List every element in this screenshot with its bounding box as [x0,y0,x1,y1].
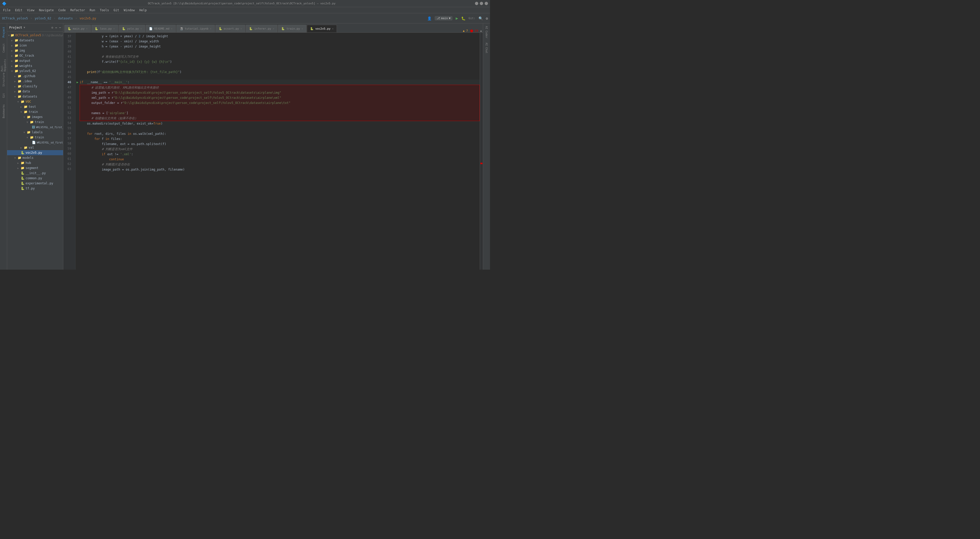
tree-item-common[interactable]: ▶ 🐍 common.py [7,175,63,181]
breadcrumb-project[interactable]: OCTrack_yolov5 [2,17,28,20]
tree-item-experimental[interactable]: ▶ 🐍 experimental.py [7,181,63,186]
tree-item-octrack[interactable]: ▶ 📁 OC_track [7,53,63,58]
left-tab-project[interactable]: Project [0,24,6,40]
tree-item-labels[interactable]: ▼ 📁 labels [7,130,63,135]
code-line-63: image_path = os.path.join(img_path, file… [80,167,480,172]
tree-item-idea[interactable]: ▶ 📁 .idea [7,79,63,84]
breadcrumb-file[interactable]: voc2v5.py [80,17,96,20]
tree-item-segment[interactable]: ▶ 📁 segment [7,166,63,171]
tree-item-jpg[interactable]: ▶ 🖼 WKLVSYGL_sd_first_half_1656643908_63… [7,124,63,130]
breadcrumb-folder2[interactable]: datasets [58,17,73,20]
sidebar-expand[interactable]: ⇔ [56,26,57,29]
search-button[interactable]: 🔍 [479,16,483,21]
menu-item-refactor[interactable]: Refactor [68,8,87,13]
tab-label: loss.py [100,27,111,30]
warning-count[interactable]: ▲ 7 [462,29,469,32]
left-tab-commit[interactable]: Commit [0,40,6,56]
tabs-expand[interactable]: ▲ [479,29,483,32]
tab-main[interactable]: 🐍 main.py × [64,25,91,32]
tree-item-yolov5[interactable]: ▼ 📁 yolov5_62 [7,69,63,73]
left-tab-git[interactable]: Git [0,88,6,103]
breadcrumb-folder1[interactable]: yolov5_62 [35,17,51,20]
tree-item-images[interactable]: ▼ 📁 images [7,115,63,120]
tab-close[interactable]: × [113,27,115,30]
tab-readme[interactable]: 📄 README.md × [146,25,176,32]
sidebar-dropdown[interactable]: ▼ [24,26,25,29]
code-line-40 [80,49,480,54]
tab-close[interactable]: × [240,27,242,30]
tree-item-hub[interactable]: ▶ 📁 hub [7,160,63,166]
tab-ocsort[interactable]: 🐍 ocsort.py × [215,25,245,32]
tab-close[interactable]: × [171,27,172,30]
tree-item-models[interactable]: ▼ 📁 models [7,155,63,160]
tab-train[interactable]: 🐍 train.py × [278,25,306,32]
tree-item-data[interactable]: ▶ 📁 data [7,89,63,94]
left-tab-pull-requests[interactable]: Pull Requests [0,56,6,72]
tree-item-init[interactable]: ▶ 🐍 __init__.py [7,171,63,175]
menu-item-code[interactable]: Code [56,8,68,13]
editor-scrollbar[interactable] [480,33,483,270]
tab-inferer[interactable]: 🐍 inferer.py × [246,25,277,32]
tree-item-img[interactable]: ▶ 📁 img [7,48,63,53]
menu-item-run[interactable]: Run [88,8,97,13]
tab-close[interactable]: × [210,27,212,30]
tree-item-weights[interactable]: ▶ 📁 weights [7,63,63,69]
editor-area: 🐍 main.py × 🐍 loss.py × 🐍 yolo.py × 📄 RE… [63,24,483,270]
minimize-button[interactable] [475,2,478,5]
sidebar-settings[interactable]: ⚙ [51,26,53,29]
code-line-47: # 设置输入图片路径、XML路径和输出文件夹路径 [84,85,476,90]
tab-close[interactable]: × [332,27,334,30]
tree-item-output[interactable]: ▶ 📁 output [7,58,63,63]
user-icon[interactable]: 👤 [427,16,431,21]
tree-item-tf[interactable]: ▶ 🐍 tf.py [7,186,63,191]
right-tab-aichat[interactable]: AI Chat [484,40,490,56]
tab-close[interactable]: × [272,27,274,30]
tree-item-icon[interactable]: ▶ 📁 icon [7,43,63,48]
left-tab-bookmarks[interactable]: Bookmarks [0,104,6,119]
sidebar-collapse[interactable]: — [59,26,61,29]
menu-item-tools[interactable]: Tools [98,8,111,13]
sidebar-title: Project [9,26,22,29]
maximize-button[interactable] [480,2,483,5]
settings-icon[interactable]: ⚙ [486,16,488,21]
branch-selector[interactable]: ⎇ main ▼ [434,16,452,21]
tab-tutorial[interactable]: 📓 tutorial.ipynb × [177,25,215,32]
tab-close[interactable]: × [86,27,88,30]
menu-item-window[interactable]: Window [122,8,137,13]
tree-root[interactable]: ▼ 📁 OCTrack_yolov5 D:\lg\BaiduSyncdisk\p… [7,33,63,38]
tree-item-github[interactable]: ▶ 📁 .github [7,73,63,79]
error-count[interactable]: ⬤ 19 [469,29,479,32]
editor-tabs: 🐍 main.py × 🐍 loss.py × 🐍 yolo.py × 📄 RE… [63,24,483,33]
code-line-53: # 创建输出文件夹（如果不存在） [84,116,476,121]
tree-item-datasets2[interactable]: ▼ 📁 datasets [7,94,63,99]
code-line-48: img_path = r"D:\lg\BaiduSyncdisk\project… [84,90,476,95]
tree-item-test[interactable]: ▶ 📁 test [7,104,63,109]
run-button[interactable]: ▶ [455,16,458,21]
tree-item-train-sub2[interactable]: ▼ 📁 train [7,135,63,140]
debug-button[interactable]: 🐛 [461,16,466,21]
tree-item-train-main[interactable]: ▼ 📁 train [7,109,63,115]
tree-item-datasets1[interactable]: ▶ 📁 datasets [7,38,63,43]
tree-item-voc[interactable]: ▼ 📁 VOC [7,99,63,104]
close-button[interactable] [485,2,488,5]
left-tab-structure[interactable]: Structure [0,72,6,87]
tree-item-train-sub[interactable]: ▼ 📁 train [7,120,63,124]
tree-item-val[interactable]: ▶ 📁 val [7,145,63,150]
tree-item-voc2v5[interactable]: ▶ 🐍 voc2v5.py [7,150,63,155]
tree-item-classify[interactable]: ▶ 📁 classify [7,84,63,89]
menu-item-help[interactable]: Help [137,8,149,13]
tab-close[interactable]: × [301,27,303,30]
tab-close[interactable]: × [140,27,142,30]
menu-item-navigate[interactable]: Navigate [37,8,56,13]
menu-item-edit[interactable]: Edit [13,8,24,13]
toolbar-right: 👤 ⎇ main ▼ ▶ 🐛 Git: 🔍 ⚙ [427,16,488,21]
tab-yolo[interactable]: 🐍 yolo.py × [119,25,145,32]
tab-loss[interactable]: 🐍 loss.py × [91,25,118,32]
tab-voc2v5[interactable]: 🐍 voc2v5.py × [307,25,337,32]
tree-item-txt[interactable]: ▶ 📄 WKLVSYGL_sd_first_half_1656643908_63… [7,140,63,145]
menu-item-git[interactable]: Git [111,8,121,13]
menu-item-file[interactable]: File [1,8,13,13]
code-content[interactable]: y = (ymin + ymax) / 2 / image_height w =… [76,33,480,270]
menu-item-view[interactable]: View [25,8,37,13]
right-tab-aicoder[interactable]: AI Coder [484,24,490,40]
